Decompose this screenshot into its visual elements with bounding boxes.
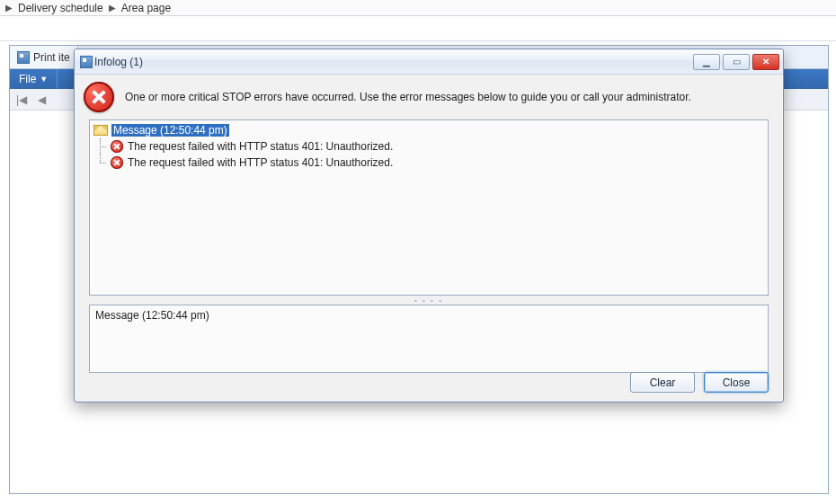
tree-connector-icon <box>95 138 106 155</box>
breadcrumb-item[interactable]: Area page <box>121 2 171 14</box>
dialog-header-text: One or more critical STOP errors have oc… <box>125 91 772 103</box>
chevron-right-icon: ▶ <box>5 3 13 13</box>
tree-item[interactable]: The request failed with HTTP status 401:… <box>92 138 766 155</box>
menu-file-label: File <box>19 73 36 85</box>
dialog-title: Infolog (1) <box>93 56 693 68</box>
detail-text: Message (12:50:44 pm) <box>95 309 209 322</box>
tree-root[interactable]: Message (12:50:44 pm) <box>92 122 766 138</box>
dialog-header: One or more critical STOP errors have oc… <box>75 75 783 119</box>
tree-item-label: The request failed with HTTP status 401:… <box>128 156 393 169</box>
document-icon <box>17 51 30 64</box>
parent-tab-label: Print ite <box>33 51 70 64</box>
breadcrumb: ▶ Delivery schedule ▶ Area page <box>0 0 836 16</box>
error-small-icon <box>110 155 124 170</box>
toolbar-spacer <box>0 16 836 41</box>
chevron-down-icon: ▼ <box>40 75 48 84</box>
parent-tab[interactable]: Print ite <box>10 46 78 68</box>
nav-first-button[interactable]: |◀ <box>15 93 28 106</box>
dialog-footer: Clear Close <box>630 372 769 393</box>
close-window-button[interactable]: ✕ <box>752 54 779 70</box>
minimize-button[interactable]: ▁ <box>693 54 720 70</box>
tree-root-label: Message (12:50:44 pm) <box>111 124 229 137</box>
envelope-icon <box>93 123 108 137</box>
splitter-handle[interactable]: • • • • <box>75 296 783 305</box>
detail-pane[interactable]: Message (12:50:44 pm) <box>89 305 769 373</box>
close-button[interactable]: Close <box>704 372 769 393</box>
infolog-dialog: Infolog (1) ▁ ▭ ✕ One or more critical S… <box>74 49 784 402</box>
tree-item-label: The request failed with HTTP status 401:… <box>128 140 393 153</box>
chevron-right-icon: ▶ <box>109 3 116 13</box>
tree-connector-icon <box>95 155 106 171</box>
window-controls: ▁ ▭ ✕ <box>693 54 779 70</box>
nav-prev-button[interactable]: ◀ <box>35 93 48 106</box>
error-icon <box>84 82 114 112</box>
message-tree[interactable]: Message (12:50:44 pm) The request failed… <box>89 119 769 296</box>
breadcrumb-item[interactable]: Delivery schedule <box>18 2 103 14</box>
clear-button[interactable]: Clear <box>630 372 695 393</box>
tree-item[interactable]: The request failed with HTTP status 401:… <box>92 155 766 171</box>
menu-file[interactable]: File ▼ <box>10 69 58 89</box>
dialog-titlebar[interactable]: Infolog (1) ▁ ▭ ✕ <box>75 49 783 75</box>
app-icon <box>80 56 93 68</box>
maximize-button[interactable]: ▭ <box>723 54 750 70</box>
error-small-icon <box>110 139 124 154</box>
